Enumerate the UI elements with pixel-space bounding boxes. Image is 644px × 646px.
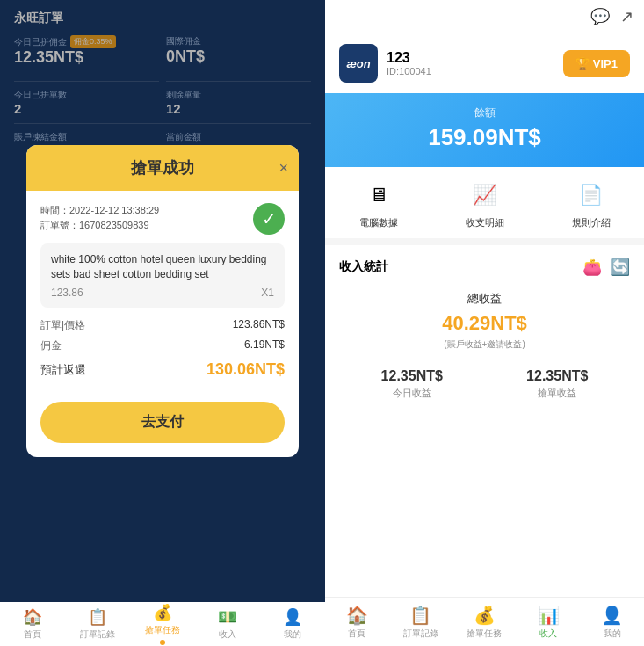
estimated-value: 130.06NT$ [206, 360, 285, 379]
order-price-value: 123.86NT$ [233, 318, 285, 333]
modal-close-button[interactable]: × [279, 158, 288, 177]
action-rules-label: 規則介紹 [572, 216, 611, 229]
modal-header: 搶單成功 × [26, 145, 299, 191]
balance-amount: 159.09NT$ [339, 124, 630, 151]
left-nav-income-label: 收入 [219, 628, 236, 641]
right-nav-income-label: 收入 [539, 628, 557, 640]
action-cashflow[interactable]: 📈 收支明細 [431, 179, 538, 229]
right-nav-grab[interactable]: 💰 搶單任務 [452, 599, 517, 645]
user-header: æon 123 ID:100041 🏆 VIP1 [325, 33, 644, 93]
refresh-icon[interactable]: 🔄 [611, 258, 630, 277]
commission-value: 6.19NT$ [244, 338, 285, 353]
right-nav-home-label: 首頁 [348, 628, 365, 640]
user-id: ID:100041 [387, 66, 431, 76]
right-nav-income[interactable]: 📊 收入 [517, 599, 581, 645]
right-income-icon: 📊 [538, 605, 560, 626]
quick-actions: 🖥 電腦數據 📈 收支明細 📄 規則介紹 [325, 167, 644, 238]
left-panel: 永旺訂單 今日已拼佣金 佣金0.35% 12.35NT$ 國際佣金 0NT$ 今… [0, 0, 325, 646]
cashflow-icon: 📈 [466, 179, 504, 211]
income-header: 收入統計 👛 🔄 [339, 258, 630, 277]
left-nav-orders[interactable]: 📋 訂單記錄 [65, 607, 130, 641]
profile-icon: 👤 [283, 607, 302, 627]
commission-label: 佣金 [40, 338, 62, 353]
income-icon: 💵 [218, 607, 237, 627]
action-computer-label: 電腦數據 [359, 216, 398, 229]
product-qty: X1 [261, 287, 274, 299]
modal-overlay: 搶單成功 × 時間：2022-12-12 13:38:29 訂單號：167082… [0, 0, 325, 602]
user-info: æon 123 ID:100041 [339, 44, 431, 83]
income-section: 收入統計 👛 🔄 總收益 40.29NT$ (賬戶收益+邀請收益) 12.35N… [325, 245, 644, 597]
left-nav-profile-label: 我的 [284, 628, 301, 641]
left-nav-grab[interactable]: 💰 搶單任務 [130, 603, 195, 645]
action-computer[interactable]: 🖥 電腦數據 [325, 179, 431, 229]
left-nav-home-label: 首頁 [24, 628, 41, 641]
pay-button[interactable]: 去支付 [40, 402, 285, 443]
income-stats: 12.35NT$ 今日收益 12.35NT$ 搶單收益 [339, 368, 630, 400]
right-profile-icon: 👤 [601, 605, 623, 626]
balance-card: 餘額 159.09NT$ [325, 93, 644, 167]
user-details: 123 ID:100041 [387, 50, 431, 76]
estimated-row: 預計返還 130.06NT$ [40, 360, 285, 379]
left-nav-grab-label: 搶單任務 [145, 624, 180, 636]
grab-income-stat: 12.35NT$ 搶單收益 [526, 368, 588, 400]
right-nav-home[interactable]: 🏠 首頁 [325, 599, 389, 645]
computer-icon: 🖥 [359, 179, 398, 211]
meta-text: 時間：2022-12-12 13:38:29 訂單號：1670823509839 [40, 203, 159, 234]
right-bottom-nav: 🏠 首頁 📋 訂單記錄 💰 搶單任務 📊 收入 👤 我的 [325, 597, 644, 646]
order-price-row: 訂單|價格 123.86NT$ [40, 318, 285, 333]
left-nav-orders-label: 訂單記錄 [80, 628, 115, 641]
order-details: 訂單|價格 123.86NT$ 佣金 6.19NT$ [40, 318, 285, 353]
success-check-icon: ✓ [253, 203, 285, 235]
left-nav-home[interactable]: 🏠 首頁 [0, 607, 65, 641]
grab-income-label: 搶單收益 [526, 387, 588, 400]
product-card: white 100% cotton hotel queen luxury bed… [40, 243, 285, 308]
active-dot [160, 640, 165, 645]
right-nav-profile-label: 我的 [604, 628, 621, 640]
vip-icon: 🏆 [575, 57, 590, 70]
product-name: white 100% cotton hotel queen luxury bed… [51, 252, 274, 282]
vip-label: VIP1 [593, 57, 618, 70]
commission-row: 佣金 6.19NT$ [40, 338, 285, 353]
today-income-amount: 12.35NT$ [381, 368, 443, 384]
order-row: 訂單號：1670823509839 [40, 218, 159, 234]
rules-icon: 📄 [572, 179, 611, 211]
action-cashflow-label: 收支明細 [466, 216, 504, 229]
wallet-icon[interactable]: 👛 [582, 258, 602, 277]
product-row: 123.86 X1 [51, 287, 274, 299]
total-income-amount: 40.29NT$ [339, 312, 630, 335]
total-income-label: 總收益 [339, 291, 630, 307]
left-nav-profile[interactable]: 👤 我的 [260, 607, 325, 641]
modal-title: 搶單成功 [119, 147, 206, 189]
left-bottom-nav: 🏠 首頁 📋 訂單記錄 💰 搶單任務 💵 收入 👤 我的 [0, 602, 325, 646]
aeon-logo: æon [339, 44, 378, 83]
grab-income-amount: 12.35NT$ [526, 368, 588, 384]
right-nav-orders-label: 訂單記錄 [403, 628, 438, 640]
orders-icon: 📋 [88, 607, 107, 627]
order-price-label: 訂單|價格 [40, 318, 85, 333]
action-rules[interactable]: 📄 規則介紹 [538, 179, 644, 229]
modal-body: 時間：2022-12-12 13:38:29 訂單號：1670823509839… [26, 191, 299, 392]
modal-footer: 去支付 [26, 391, 299, 457]
user-name: 123 [387, 50, 431, 66]
home-icon: 🏠 [23, 607, 42, 627]
income-icons: 👛 🔄 [582, 258, 630, 277]
right-top-bar: 💬 ↗ [325, 0, 644, 33]
modal-meta: 時間：2022-12-12 13:38:29 訂單號：1670823509839… [40, 203, 285, 235]
share-icon[interactable]: ↗ [620, 7, 633, 26]
grab-icon: 💰 [153, 603, 172, 622]
right-orders-icon: 📋 [409, 605, 431, 626]
left-nav-income[interactable]: 💵 收入 [195, 607, 260, 641]
income-title: 收入統計 [339, 259, 388, 275]
message-icon[interactable]: 💬 [590, 7, 610, 26]
today-income-stat: 12.35NT$ 今日收益 [381, 368, 443, 400]
right-nav-orders[interactable]: 📋 訂單記錄 [389, 599, 453, 645]
right-nav-profile[interactable]: 👤 我的 [580, 599, 644, 645]
total-income-sub: (賬戶收益+邀請收益) [339, 338, 630, 351]
right-nav-grab-label: 搶單任務 [467, 628, 502, 640]
total-income-block: 總收益 40.29NT$ (賬戶收益+邀請收益) [339, 291, 630, 351]
product-price: 123.86 [51, 287, 83, 299]
right-panel: 💬 ↗ æon 123 ID:100041 🏆 VIP1 餘額 159.09NT… [325, 0, 644, 646]
right-grab-icon: 💰 [474, 605, 496, 626]
right-home-icon: 🏠 [346, 605, 368, 626]
balance-label: 餘額 [339, 105, 630, 120]
